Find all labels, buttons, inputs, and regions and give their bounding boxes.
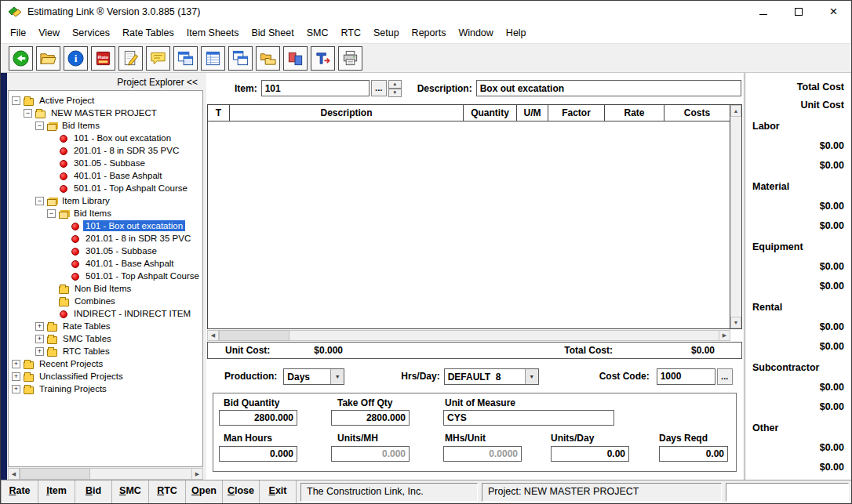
production-dropdown[interactable]: Days [283,368,344,385]
units-day-input[interactable] [551,446,629,462]
tree-item-item-library[interactable]: −Item Library [9,194,202,207]
column-header-factor[interactable]: Factor [548,105,605,121]
rate-tables-button[interactable]: Rate [91,46,115,71]
hrs-day-dropdown[interactable]: DEFAULT 8 [444,368,539,385]
grid-vertical-scrollbar[interactable] [730,105,741,328]
take-off-qty-input[interactable] [331,410,410,426]
menu-item-view[interactable]: View [32,24,66,42]
menu-item-bid-sheet[interactable]: Bid Sheet [245,24,300,42]
tree-item-new-master-project[interactable]: −NEW MASTER PROJECT [9,107,202,119]
rtc-button[interactable]: RTC [149,480,186,503]
smc-button[interactable]: SMC [112,480,149,503]
cost-code-input[interactable] [657,368,715,385]
menu-item-window[interactable]: Window [452,24,499,42]
menu-item-reports[interactable]: Reports [406,24,453,42]
item-browse-button[interactable]: ... [371,80,387,96]
menu-item-setup[interactable]: Setup [367,24,406,42]
close-button[interactable] [816,1,851,23]
scroll-up-icon[interactable] [730,105,741,117]
item-button[interactable]: Item [38,480,75,503]
tree-item-recent-projects[interactable]: +Recent Projects [9,357,202,370]
grid-horizontal-scrollbar[interactable] [207,330,730,341]
tree-item-training-projects[interactable]: +Training Projects [9,383,202,395]
combine-button[interactable] [283,46,308,71]
expand-icon[interactable]: + [35,335,44,343]
collapse-icon[interactable]: − [35,197,44,205]
column-header-rate[interactable]: Rate [605,105,664,121]
tree-item-501-01-top-ashpalt-course[interactable]: 501.01 - Top Ashpalt Course [9,182,202,194]
tree-item-401-01-base-ashpalt[interactable]: 401.01 - Base Ashpalt [9,169,202,182]
scroll-right-icon[interactable] [191,468,203,480]
column-header-t[interactable]: T [208,105,230,121]
scrollbar-thumb[interactable] [20,468,90,480]
man-hours-input[interactable] [219,446,297,462]
tree-item-301-05-subbase[interactable]: 301.05 - Subbase [9,157,202,169]
chevron-down-icon[interactable] [330,369,344,384]
close-button[interactable]: Close [223,480,260,503]
column-header-quantity[interactable]: Quantity [464,105,517,121]
tree-item-101-box-out-excatation[interactable]: 101 - Box out excatation [9,132,202,144]
minimize-button[interactable] [745,1,781,23]
item-sheet-button[interactable] [173,46,198,71]
exit-button[interactable]: Exit [260,480,297,503]
collapse-icon[interactable]: − [35,121,44,130]
menu-item-smc[interactable]: SMC [300,24,335,42]
tree-item-indirect-indirect-item[interactable]: INDIRECT - INDIRECT ITEM [9,307,202,320]
menu-item-rate-tables[interactable]: Rate Tables [116,24,180,42]
collapse-icon[interactable]: − [47,209,56,218]
takeoff-button[interactable] [311,46,335,71]
scroll-right-icon[interactable] [719,330,730,341]
open-project-button[interactable] [36,46,60,71]
collapse-icon[interactable]: − [12,96,20,105]
units-mh-input[interactable] [331,446,410,462]
tree-item-bid-items[interactable]: −Bid Items [9,207,202,219]
bid-quantity-input[interactable] [219,410,297,426]
tree-item-201-01-8-in-sdr-35-pvc[interactable]: 201.01 - 8 in SDR 35 PVC [9,232,202,245]
collapse-icon[interactable]: − [24,109,32,118]
grid-body[interactable] [208,121,730,328]
print-button[interactable] [338,46,362,71]
scrollbar-track[interactable] [90,468,191,480]
project-explorer-header[interactable]: Project Explorer << [7,73,204,90]
explorer-horizontal-scrollbar[interactable] [8,468,203,480]
expand-icon[interactable]: + [35,347,44,356]
cascade-windows-button[interactable] [228,46,253,71]
tree-item-401-01-base-ashpalt[interactable]: 401.01 - Base Ashpalt [9,257,202,270]
expand-icon[interactable]: + [12,385,20,393]
maximize-button[interactable] [781,1,816,23]
scroll-down-icon[interactable] [730,317,741,328]
tree-item-101-box-out-excatation[interactable]: 101 - Box out excatation [9,219,202,232]
rate-button[interactable]: Rate [2,480,38,503]
notes-button[interactable] [146,46,170,71]
scroll-left-icon[interactable] [207,330,219,341]
days-reqd-input[interactable] [659,446,728,462]
expand-icon[interactable]: + [35,322,44,331]
copy-folders-button[interactable] [256,46,280,71]
spin-up-icon[interactable] [388,80,402,89]
tree-item-201-01-8-in-sdr-35-pvc[interactable]: 201.01 - 8 in SDR 35 PVC [9,144,202,157]
column-header-description[interactable]: Description [230,105,464,121]
tree-item-non-bid-items[interactable]: Non Bid Items [9,282,202,295]
menu-item-rtc[interactable]: RTC [334,24,366,42]
menu-item-services[interactable]: Services [66,24,116,42]
tree-item-smc-tables[interactable]: +SMC Tables [9,332,202,345]
tree-item-combines[interactable]: Combines [9,295,202,307]
column-header-costs[interactable]: Costs [664,105,730,121]
tree-item-rtc-tables[interactable]: +RTC Tables [9,345,202,357]
scroll-left-icon[interactable] [8,468,20,480]
expand-icon[interactable]: + [12,372,20,381]
tree-item-301-05-subbase[interactable]: 301.05 - Subbase [9,245,202,257]
bid-sheet-button[interactable] [201,46,225,71]
item-number-input[interactable] [261,80,370,96]
spin-down-icon[interactable] [388,89,402,97]
open-button[interactable]: Open [186,480,223,503]
tree-item-unclassified-projects[interactable]: +Unclassified Projects [9,370,202,383]
expand-icon[interactable]: + [12,360,20,368]
menu-item-item-sheets[interactable]: Item Sheets [180,24,246,42]
unit-of-measure-input[interactable] [443,410,614,426]
menu-item-file[interactable]: File [4,24,32,42]
info-button[interactable]: i [64,46,88,71]
menu-item-help[interactable]: Help [500,24,533,42]
bid-button[interactable]: Bid [75,480,112,503]
cost-code-browse-button[interactable]: ... [717,368,733,385]
